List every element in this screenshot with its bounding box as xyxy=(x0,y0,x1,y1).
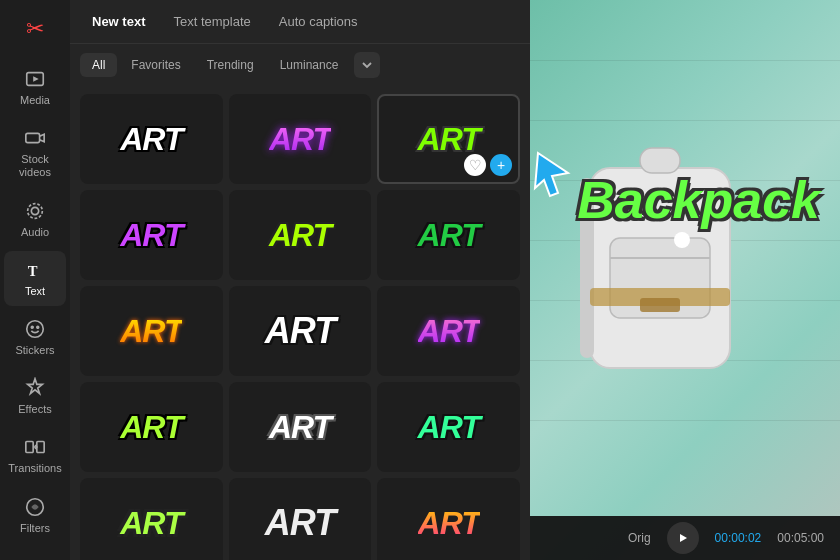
svg-rect-2 xyxy=(26,134,40,143)
tab-auto-captions[interactable]: Auto captions xyxy=(267,6,370,37)
text-style-label-2: ART xyxy=(269,121,331,158)
filter-luminance[interactable]: Luminance xyxy=(268,53,351,77)
selection-handle[interactable] xyxy=(674,232,690,248)
current-time: 00:00:02 xyxy=(715,531,762,545)
sidebar-item-media-label: Media xyxy=(20,94,50,107)
preview-area: Backpack Orig 00:00:02 00:05:00 xyxy=(530,0,840,560)
filter-trending[interactable]: Trending xyxy=(195,53,266,77)
sidebar-item-text[interactable]: T Text xyxy=(4,251,66,306)
bottom-playback-bar: Orig 00:00:02 00:05:00 xyxy=(530,516,840,560)
svg-marker-1 xyxy=(33,76,39,82)
text-style-label-9: ART xyxy=(418,313,480,350)
backpack-text-overlay: Backpack xyxy=(577,170,820,230)
svg-text:T: T xyxy=(28,262,38,278)
tab-new-text[interactable]: New text xyxy=(80,6,157,37)
text-icon: T xyxy=(24,259,46,281)
text-style-label-13: ART xyxy=(120,505,182,542)
backpack-container xyxy=(530,0,840,516)
sidebar-item-media[interactable]: Media xyxy=(4,60,66,115)
text-style-card-5[interactable]: ART xyxy=(229,190,372,280)
svg-point-7 xyxy=(31,326,33,328)
text-style-label-1: ART xyxy=(120,121,182,158)
sidebar-item-stickers-label: Stickers xyxy=(15,344,54,357)
stickers-icon xyxy=(24,318,46,340)
svg-point-3 xyxy=(31,207,38,214)
svg-point-4 xyxy=(28,203,43,218)
sidebar-item-transitions-label: Transitions xyxy=(8,462,61,475)
filter-all[interactable]: All xyxy=(80,53,117,77)
filter-favorites[interactable]: Favorites xyxy=(119,53,192,77)
text-style-label-7: ART xyxy=(120,313,182,350)
text-style-label-10: ART xyxy=(120,409,182,446)
text-style-label-14: ART xyxy=(265,502,335,544)
text-style-label-3: ART xyxy=(418,121,480,158)
orig-label: Orig xyxy=(628,531,651,545)
svg-point-6 xyxy=(27,321,44,338)
backpack-svg xyxy=(560,88,760,428)
filters-icon xyxy=(24,496,46,518)
tab-text-template[interactable]: Text template xyxy=(161,6,262,37)
text-style-card-13[interactable]: ART xyxy=(80,478,223,560)
preview-background: Backpack Orig 00:00:02 00:05:00 xyxy=(530,0,840,560)
svg-rect-19 xyxy=(640,298,680,312)
tab-bar: New text Text template Auto captions xyxy=(70,0,530,44)
text-style-card-12[interactable]: ART xyxy=(377,382,520,472)
sidebar-item-effects-label: Effects xyxy=(18,403,51,416)
sidebar-item-audio-label: Audio xyxy=(21,226,49,239)
svg-point-8 xyxy=(37,326,39,328)
text-style-label-6: ART xyxy=(418,217,480,254)
text-style-card-10[interactable]: ART xyxy=(80,382,223,472)
text-style-card-7[interactable]: ART xyxy=(80,286,223,376)
media-icon xyxy=(24,68,46,90)
svg-marker-21 xyxy=(680,534,687,542)
text-style-card-6[interactable]: ART xyxy=(377,190,520,280)
sidebar: ✂ Media Stock videos Audio T Text xyxy=(0,0,70,560)
text-style-card-15[interactable]: ART xyxy=(377,478,520,560)
text-style-card-4[interactable]: ART xyxy=(80,190,223,280)
text-style-card-14[interactable]: ART xyxy=(229,478,372,560)
svg-rect-9 xyxy=(26,442,33,453)
cursor-icon xyxy=(530,148,580,198)
sidebar-item-stock-label: Stock videos xyxy=(19,153,51,179)
favorite-button[interactable]: ♡ xyxy=(464,154,486,176)
text-style-label-15: ART xyxy=(418,505,480,542)
text-style-card-1[interactable]: ART xyxy=(80,94,223,184)
filter-row: All Favorites Trending Luminance xyxy=(70,44,530,86)
add-style-button[interactable]: + xyxy=(490,154,512,176)
sidebar-item-audio[interactable]: Audio xyxy=(4,192,66,247)
sidebar-item-effects[interactable]: Effects xyxy=(4,369,66,424)
text-style-label-11: ART xyxy=(269,409,331,446)
text-style-card-8[interactable]: ART xyxy=(229,286,372,376)
stock-videos-icon xyxy=(24,127,46,149)
play-button[interactable] xyxy=(667,522,699,554)
total-time: 00:05:00 xyxy=(777,531,824,545)
card-actions: ♡ + xyxy=(464,154,512,176)
sidebar-item-transitions[interactable]: Transitions xyxy=(4,428,66,483)
play-icon xyxy=(677,532,689,544)
sidebar-item-filters[interactable]: Filters xyxy=(4,488,66,543)
sidebar-item-stock-videos[interactable]: Stock videos xyxy=(4,119,66,187)
cursor-arrow xyxy=(530,148,580,198)
text-style-card-3[interactable]: ART ♡ + xyxy=(377,94,520,184)
app-logo: ✂ xyxy=(20,10,50,48)
transitions-icon xyxy=(24,436,46,458)
effects-icon xyxy=(24,377,46,399)
text-style-label-8: ART xyxy=(265,310,335,352)
text-panel: New text Text template Auto captions All… xyxy=(70,0,530,560)
text-style-grid: ART ART ART ♡ + ART ART ART ART ART xyxy=(70,86,530,560)
text-style-card-2[interactable]: ART xyxy=(229,94,372,184)
text-style-label-5: ART xyxy=(269,217,331,254)
filter-dropdown-button[interactable] xyxy=(354,52,380,78)
sidebar-item-text-label: Text xyxy=(25,285,45,298)
text-style-card-9[interactable]: ART xyxy=(377,286,520,376)
text-style-label-4: ART xyxy=(120,217,182,254)
audio-icon xyxy=(24,200,46,222)
text-style-label-12: ART xyxy=(418,409,480,446)
sidebar-item-filters-label: Filters xyxy=(20,522,50,535)
svg-marker-20 xyxy=(535,153,568,196)
sidebar-item-stickers[interactable]: Stickers xyxy=(4,310,66,365)
chevron-down-icon xyxy=(361,59,373,71)
text-style-card-11[interactable]: ART xyxy=(229,382,372,472)
